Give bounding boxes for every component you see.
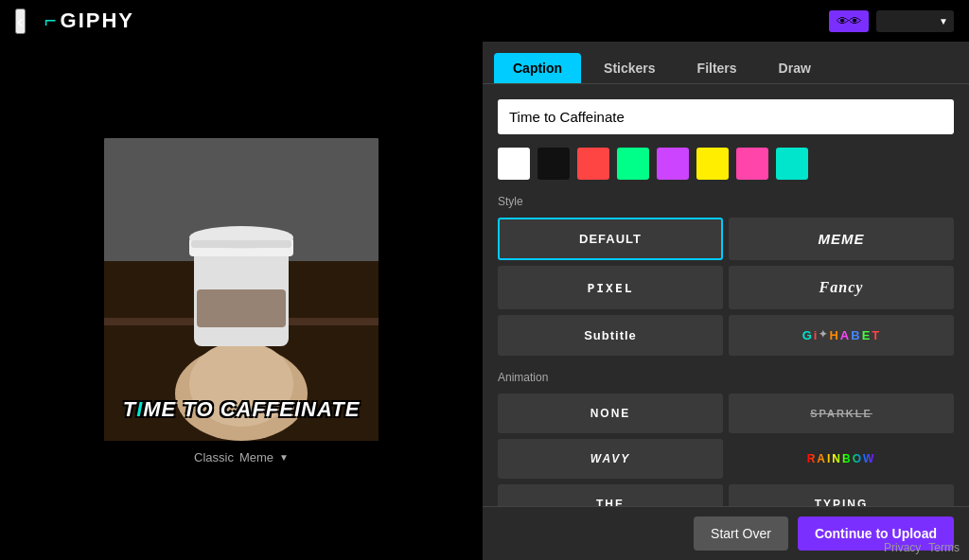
style-btn-pixel[interactable]: PIXEL (498, 266, 723, 309)
anim-btn-sparkle[interactable]: SPARKLE (729, 394, 954, 433)
header-right: 👁👁 Option 1 ▼ (829, 10, 954, 32)
anim-btn-none[interactable]: NONE (498, 394, 723, 433)
anim-btn-the[interactable]: THE (498, 484, 723, 506)
gif-image (104, 138, 379, 441)
classic-label: Classic (194, 450, 234, 464)
gif-caption-overlay: TiME TO CAFFEINATE (104, 397, 379, 422)
style-btn-subtitle[interactable]: Subtitle (498, 315, 723, 356)
gif-controls: Classic Meme ▼ (194, 450, 289, 464)
privacy-link[interactable]: Privacy (884, 541, 921, 554)
tab-caption[interactable]: Caption (494, 53, 581, 83)
style-btn-default[interactable]: DEFAULT (498, 218, 723, 260)
color-swatch-row (498, 148, 954, 180)
caption-text-input[interactable]: Time to Caffeinate (498, 99, 954, 134)
animation-section-label: Animation (498, 371, 954, 384)
logo: ⌐ GIPHY (44, 9, 134, 33)
logo-icon: ⌐ (44, 9, 57, 33)
color-swatch-yellow[interactable] (696, 148, 729, 180)
style-grid: DEFAULT MEME PIXEL Fancy Subtitle Gi✦HAB… (498, 218, 954, 356)
back-button[interactable]: ‹ (15, 9, 26, 34)
color-swatch-pink[interactable] (736, 148, 768, 180)
main-content: TiME TO CAFFEINATE Classic Meme ▼ Captio… (0, 42, 969, 560)
style-btn-alphabet[interactable]: Gi✦HABET (729, 315, 954, 356)
left-panel: TiME TO CAFFEINATE Classic Meme ▼ (0, 42, 483, 560)
style-section-label: Style (498, 195, 954, 208)
terms-link[interactable]: Terms (928, 541, 960, 554)
color-swatch-red[interactable] (577, 148, 609, 180)
caption-panel: Time to Caffeinate Style DEFAULT MEME PI… (483, 84, 969, 506)
svg-rect-10 (191, 240, 291, 248)
tabs-bar: Caption Stickers Filters Draw (483, 42, 969, 84)
chevron-down-icon[interactable]: ▼ (279, 452, 289, 463)
tab-filters[interactable]: Filters (678, 53, 756, 83)
tab-stickers[interactable]: Stickers (585, 53, 674, 83)
style-btn-meme[interactable]: MEME (729, 218, 954, 260)
anim-btn-wavy[interactable]: WAVY (498, 439, 723, 479)
start-over-button[interactable]: Start Over (694, 516, 788, 551)
anim-btn-rainbow[interactable]: RAINBOW (729, 439, 954, 479)
color-swatch-purple[interactable] (657, 148, 689, 180)
tab-draw[interactable]: Draw (760, 53, 830, 83)
color-swatch-black[interactable] (537, 148, 570, 180)
alphabet-preview: Gi✦HABET (802, 328, 881, 342)
style-btn-fancy[interactable]: Fancy (729, 266, 954, 309)
animation-grid: NONE SPARKLE WAVY RAINBOW THE TYPING GLI… (498, 394, 954, 506)
avatar-button[interactable]: 👁👁 (829, 10, 869, 32)
color-swatch-green[interactable] (617, 148, 649, 180)
account-dropdown[interactable]: Option 1 (876, 10, 954, 32)
footer: Privacy Terms (884, 541, 960, 554)
color-swatch-cyan[interactable] (776, 148, 808, 180)
avatar-icon: 👁👁 (837, 14, 861, 28)
right-panel: Caption Stickers Filters Draw Time to Ca… (483, 42, 969, 560)
meme-label: Meme (239, 450, 273, 464)
color-swatch-white[interactable] (498, 148, 530, 180)
coffee-scene-svg (104, 138, 379, 441)
gif-preview: TiME TO CAFFEINATE (104, 138, 379, 441)
header: ‹ ⌐ GIPHY 👁👁 Option 1 ▼ (0, 0, 969, 42)
svg-rect-8 (197, 289, 286, 327)
logo-text: GIPHY (61, 9, 134, 33)
dropdown-wrapper: Option 1 ▼ (876, 10, 954, 32)
anim-btn-typing[interactable]: TYPING (729, 484, 954, 506)
